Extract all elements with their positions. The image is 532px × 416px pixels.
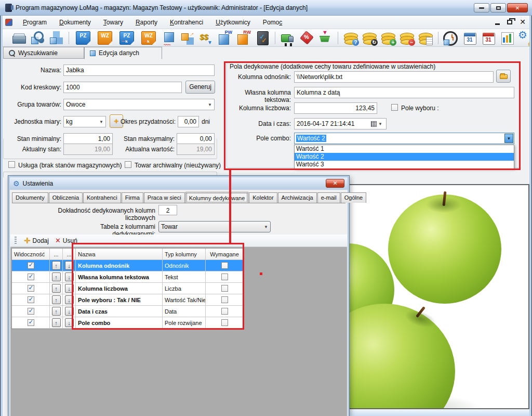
column-name-cell[interactable]: Pole combo bbox=[76, 317, 163, 329]
settings-tab-praca-w-sieci[interactable]: Praca w sieci bbox=[144, 192, 185, 203]
minimize-button[interactable] bbox=[474, 3, 489, 12]
menu-item-towary[interactable]: Towary bbox=[98, 17, 128, 28]
visibility-checkbox[interactable] bbox=[28, 308, 34, 315]
tab-wyszukiwanie[interactable]: Wyszukiwanie bbox=[3, 47, 84, 59]
table-row[interactable]: ↑↓Własna kolumna tekstowaTekst bbox=[12, 271, 243, 283]
visibility-checkbox[interactable] bbox=[28, 274, 34, 280]
settings-tab-dokumenty[interactable]: Dokumenty bbox=[12, 192, 48, 203]
stock-report-icon[interactable] bbox=[418, 31, 433, 45]
menu-item-dokumenty[interactable]: Dokumenty bbox=[54, 17, 96, 28]
pz-document-icon[interactable]: PZ bbox=[76, 31, 90, 45]
settings-tab-ogólne[interactable]: Ogólne bbox=[341, 192, 366, 203]
required-checkbox[interactable] bbox=[221, 274, 228, 280]
move-down-button[interactable]: ↓ bbox=[65, 295, 74, 304]
maximize-button[interactable] bbox=[490, 3, 506, 12]
wz-correction-icon[interactable]: WZk bbox=[141, 31, 156, 45]
table-row[interactable]: ↑↓Kolumna liczbowaLiczba bbox=[12, 283, 243, 294]
pw-receipt-icon[interactable]: PW bbox=[218, 31, 232, 45]
stock-refresh-icon[interactable]: ↻ bbox=[362, 31, 377, 45]
precision-input[interactable]: 2 bbox=[158, 205, 177, 215]
table-row[interactable]: ↑↓Pole comboPole rozwijane bbox=[12, 317, 243, 329]
move-up-button[interactable]: ↑ bbox=[52, 261, 61, 270]
column-type-cell[interactable]: Pole rozwijane bbox=[163, 317, 206, 329]
calendar-blue-icon[interactable]: 31 bbox=[462, 31, 477, 45]
header-widocznosc[interactable]: Widoczność bbox=[12, 249, 50, 260]
pole-wyboru-checkbox[interactable] bbox=[391, 104, 398, 111]
column-type-cell[interactable]: Liczba bbox=[163, 283, 206, 294]
column-type-cell[interactable]: Data bbox=[163, 306, 206, 317]
visibility-checkbox[interactable] bbox=[28, 319, 34, 326]
settings-tab-firma[interactable]: Firma bbox=[122, 192, 143, 203]
table-row[interactable]: ↑↓Pole wyboru : Tak / NIEWartość Tak/Nie bbox=[12, 294, 243, 306]
column-name-cell[interactable]: Pole wyboru : Tak / NIE bbox=[76, 294, 163, 306]
warehouse-icon[interactable] bbox=[11, 31, 26, 45]
visibility-checkbox[interactable] bbox=[28, 296, 34, 303]
history-clock-icon[interactable] bbox=[444, 31, 458, 45]
delivery-truck-icon[interactable] bbox=[281, 31, 295, 45]
usluga-checkbox[interactable] bbox=[8, 161, 15, 168]
move-down-button[interactable]: ↓ bbox=[65, 272, 74, 281]
wz-document-icon[interactable]: WZ bbox=[98, 31, 112, 45]
mdi-close-icon[interactable]: ✕ bbox=[520, 18, 526, 25]
price-change-icon[interactable]: $$ bbox=[199, 31, 214, 45]
warehouse-transfer-icon[interactable] bbox=[180, 31, 195, 45]
visibility-checkbox[interactable] bbox=[28, 285, 34, 292]
bar-chart-icon[interactable] bbox=[500, 31, 514, 45]
pz-correction-icon[interactable]: PZk bbox=[119, 31, 134, 45]
documents-checklist-icon[interactable] bbox=[255, 31, 270, 45]
settings-tab-kontrahenci[interactable]: Kontrahenci bbox=[83, 192, 121, 203]
move-down-button[interactable]: ↓ bbox=[65, 284, 74, 293]
move-down-button[interactable]: ↓ bbox=[65, 307, 74, 316]
settings-tab-kolektor[interactable]: Kolektor bbox=[249, 192, 277, 203]
header-typ-kolumny[interactable]: Typ kolumny bbox=[163, 249, 206, 260]
column-type-cell[interactable]: Odnośnik bbox=[163, 260, 206, 271]
settings-tab-archiwizacja[interactable]: Archiwizacja bbox=[278, 192, 317, 203]
move-up-button[interactable]: ↑ bbox=[52, 295, 61, 304]
menu-item-raporty[interactable]: Raporty bbox=[130, 17, 163, 28]
mdi-minimize-icon[interactable] bbox=[495, 23, 500, 25]
table-select-combo[interactable]: Towar▼ bbox=[158, 221, 271, 232]
required-checkbox[interactable] bbox=[221, 308, 228, 315]
settings-tab-kolumny-dedykowane[interactable]: Kolumny dedykowane bbox=[185, 192, 249, 203]
combo-option[interactable]: Wartość 2 bbox=[295, 153, 514, 161]
settings-close-button[interactable]: ✕ bbox=[326, 179, 344, 188]
column-type-cell[interactable]: Wartość Tak/Nie bbox=[163, 294, 206, 306]
calendar-red-icon[interactable]: 31 bbox=[481, 31, 496, 45]
required-checkbox[interactable] bbox=[221, 285, 228, 292]
liczbowa-input[interactable]: 123,45 bbox=[294, 102, 377, 114]
archiwalny-checkbox[interactable] bbox=[125, 161, 131, 168]
add-column-button[interactable]: ✛Dodaj bbox=[24, 237, 49, 244]
move-up-button[interactable]: ↑ bbox=[52, 307, 61, 316]
header-move-up[interactable]: ... bbox=[50, 249, 63, 260]
column-name-cell[interactable]: Data i czas bbox=[76, 306, 163, 317]
data-czas-input[interactable]: 2016-04-17 21:14:41 ▼ bbox=[294, 118, 387, 129]
header-wymagane[interactable]: Wymagane bbox=[206, 249, 243, 260]
goods-boxes-icon[interactable] bbox=[49, 31, 63, 45]
inventory-box-icon[interactable] bbox=[162, 31, 176, 45]
menu-item-program[interactable]: Program bbox=[18, 17, 52, 28]
combo-option[interactable]: Wartość 3 bbox=[295, 161, 514, 168]
nazwa-input[interactable]: Jabłka bbox=[63, 64, 215, 76]
stock-question-icon[interactable]: ? bbox=[343, 31, 358, 45]
settings-tab-obliczenia[interactable]: Obliczenia bbox=[49, 192, 83, 203]
move-up-button[interactable]: ↑ bbox=[52, 318, 61, 327]
kod-kreskowy-input[interactable]: 1000 bbox=[63, 82, 182, 93]
combo-dropdown-button[interactable]: ▼ bbox=[504, 134, 513, 143]
jednostka-combo[interactable]: kg▼ bbox=[63, 116, 106, 127]
column-type-cell[interactable]: Tekst bbox=[163, 271, 206, 283]
stock-add-icon[interactable]: + bbox=[381, 31, 395, 45]
odnosnik-input[interactable]: \\Network\plik.txt bbox=[294, 71, 494, 83]
move-down-button[interactable]: ↓ bbox=[65, 261, 74, 270]
discount-tag-icon[interactable]: % bbox=[299, 31, 314, 45]
tab-edycja-danych[interactable]: Edycja danych bbox=[84, 47, 162, 59]
menu-item-kontrahenci[interactable]: Kontrahenci bbox=[165, 17, 208, 28]
visibility-checkbox[interactable] bbox=[28, 262, 34, 269]
rw-issue-icon[interactable]: RW bbox=[236, 31, 251, 45]
orders-cart-icon[interactable] bbox=[318, 31, 332, 45]
move-up-button[interactable]: ↑ bbox=[52, 272, 61, 281]
column-name-cell[interactable]: Kolumna odnośnik bbox=[76, 260, 163, 271]
menu-item-pomoc[interactable]: Pomoc bbox=[258, 17, 287, 28]
header-nazwa[interactable]: Nazwa bbox=[76, 249, 163, 260]
tekstowa-input[interactable]: Kolumna z datą bbox=[294, 87, 514, 98]
table-row[interactable]: ↑↓Kolumna odnośnikOdnośnik bbox=[12, 260, 243, 271]
